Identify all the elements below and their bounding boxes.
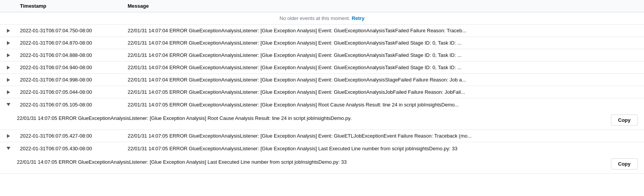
timestamp-cell: 2022-01-31T06:07:05.430-08:00 — [17, 143, 125, 154]
expand-right-icon — [7, 41, 10, 45]
table-row: 2022-01-31T06:07:05.427-08:00 22/01/31 1… — [0, 130, 644, 142]
table-header: Timestamp Message — [0, 0, 644, 12]
expanded-text-row7: 22/01/31 14:07:05 ERROR GlueExceptionAna… — [17, 115, 605, 122]
table-row: 2022-01-31T06:07:04.870-08:00 22/01/31 1… — [0, 37, 644, 49]
timestamp-cell: 2022-01-31T06:07:04.750-08:00 — [17, 25, 125, 36]
expanded-content-row7: 22/01/31 14:07:05 ERROR GlueExceptionAna… — [0, 111, 644, 130]
message-cell: 22/01/31 14:07:05 ERROR GlueExceptionAna… — [125, 100, 644, 110]
expand-right-icon — [7, 66, 10, 70]
table-row: 2022-01-31T06:07:04.998-08:00 22/01/31 1… — [0, 74, 644, 86]
table-row: 2022-01-31T06:07:05.044-08:00 22/01/31 1… — [0, 86, 644, 98]
timestamp-cell: 2022-01-31T06:07:05.044-08:00 — [17, 87, 125, 97]
message-cell: 22/01/31 14:07:04 ERROR GlueExceptionAna… — [125, 75, 644, 85]
expand-right-icon — [7, 78, 10, 82]
table-row-expanded: 2022-01-31T06:07:05.430-08:00 22/01/31 1… — [0, 142, 644, 154]
expand-button-row3[interactable] — [0, 53, 17, 57]
table-row: 2022-01-31T06:07:04.888-08:00 22/01/31 1… — [0, 49, 644, 61]
expand-button-row1[interactable] — [0, 29, 17, 33]
timestamp-header: Timestamp — [17, 3, 125, 9]
message-cell: 22/01/31 14:07:04 ERROR GlueExceptionAna… — [125, 62, 644, 73]
expand-right-icon — [7, 90, 10, 94]
expand-button-row6[interactable] — [0, 90, 17, 94]
message-cell: 22/01/31 14:07:04 ERROR GlueExceptionAna… — [125, 38, 644, 48]
expand-button-row7[interactable] — [0, 103, 17, 106]
timestamp-cell: 2022-01-31T06:07:05.427-08:00 — [17, 131, 125, 141]
timestamp-cell: 2022-01-31T06:07:04.888-08:00 — [17, 50, 125, 60]
timestamp-cell: 2022-01-31T06:07:04.998-08:00 — [17, 75, 125, 85]
message-cell: 22/01/31 14:07:04 ERROR GlueExceptionAna… — [125, 25, 644, 36]
timestamp-cell: 2022-01-31T06:07:04.940-08:00 — [17, 62, 125, 73]
copy-button-row9[interactable]: Copy — [611, 158, 638, 169]
log-table: Timestamp Message No older events at thi… — [0, 0, 644, 196]
expanded-text-row9: 22/01/31 14:07:05 ERROR GlueExceptionAna… — [17, 158, 605, 166]
expanded-content-row9: 22/01/31 14:07:05 ERROR GlueExceptionAna… — [0, 154, 644, 174]
expand-button-row9[interactable] — [0, 147, 17, 150]
no-older-text: No older events at this moment. — [280, 15, 350, 21]
message-cell: 22/01/31 14:07:05 ERROR GlueExceptionAna… — [125, 131, 644, 141]
expand-button-row2[interactable] — [0, 41, 17, 45]
expand-right-icon — [7, 134, 10, 138]
expand-down-icon — [7, 147, 10, 150]
timestamp-cell: 2022-01-31T06:07:04.870-08:00 — [17, 38, 125, 48]
copy-button-row7[interactable]: Copy — [611, 115, 638, 126]
expand-right-icon — [7, 53, 10, 57]
expand-button-row4[interactable] — [0, 66, 17, 70]
expand-right-icon — [7, 29, 10, 33]
table-row: 2022-01-31T06:07:04.940-08:00 22/01/31 1… — [0, 61, 644, 74]
expand-button-row8[interactable] — [0, 134, 17, 138]
table-row: 2022-01-31T06:07:04.750-08:00 22/01/31 1… — [0, 25, 644, 37]
no-older-events-row: No older events at this moment. Retry — [0, 12, 644, 25]
table-row-expanded: 2022-01-31T06:07:05.105-08:00 22/01/31 1… — [0, 98, 644, 111]
message-cell: 22/01/31 14:07:04 ERROR GlueExceptionAna… — [125, 50, 644, 60]
message-cell: 22/01/31 14:07:05 ERROR GlueExceptionAna… — [125, 87, 644, 97]
expand-button-row5[interactable] — [0, 78, 17, 82]
expand-down-icon — [7, 103, 10, 106]
timestamp-cell: 2022-01-31T06:07:05.105-08:00 — [17, 100, 125, 110]
message-header: Message — [125, 3, 644, 9]
message-cell: 22/01/31 14:07:05 ERROR GlueExceptionAna… — [125, 143, 644, 154]
retry-link[interactable]: Retry — [352, 15, 364, 21]
